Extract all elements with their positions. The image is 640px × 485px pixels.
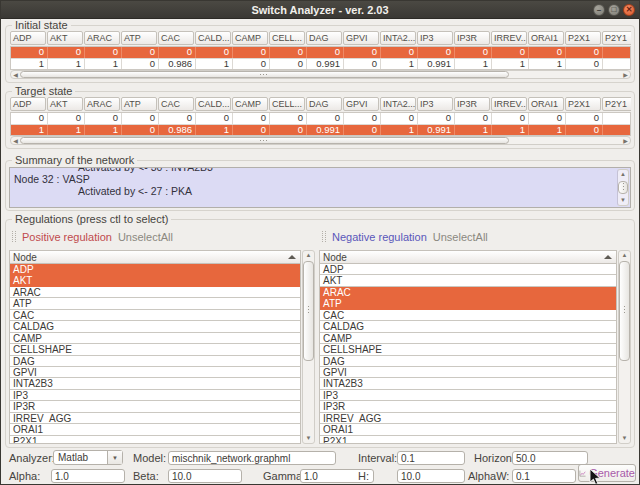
positive-unselectall-button[interactable]: UnselectAll bbox=[118, 231, 173, 243]
state-cell[interactable]: 0 bbox=[159, 47, 196, 58]
list-item[interactable]: P2X1 bbox=[10, 436, 300, 444]
state-cell[interactable] bbox=[603, 125, 631, 135]
state-cell[interactable]: 0 bbox=[492, 113, 529, 124]
state-cell[interactable]: 0 bbox=[11, 113, 48, 124]
horizon-input[interactable] bbox=[512, 451, 588, 465]
column-header[interactable]: ORAI1 bbox=[528, 97, 564, 111]
column-header[interactable]: INTA2... bbox=[380, 97, 416, 111]
column-header[interactable]: ADP bbox=[10, 31, 46, 45]
state-cell[interactable]: 0.986 bbox=[159, 59, 196, 69]
list-item[interactable]: CALDAG bbox=[10, 321, 300, 332]
state-cell[interactable]: 0 bbox=[492, 47, 529, 58]
column-header[interactable]: ARAC bbox=[84, 31, 120, 45]
scroll-down-icon[interactable]: ▼ bbox=[303, 434, 314, 443]
state-cell[interactable]: 0 bbox=[233, 59, 270, 69]
column-header[interactable]: IP3 bbox=[417, 31, 453, 45]
state-cell[interactable] bbox=[603, 113, 631, 124]
state-cell[interactable]: 1 bbox=[196, 125, 233, 135]
column-header[interactable]: IRREV... bbox=[491, 97, 527, 111]
h-input[interactable] bbox=[397, 469, 465, 483]
state-cell[interactable]: 0 bbox=[270, 59, 307, 69]
scroll-up-icon[interactable]: ▲ bbox=[619, 251, 630, 260]
state-cell[interactable]: 1 bbox=[381, 59, 418, 69]
initial-hscrollbar[interactable]: ◀ ▶ bbox=[10, 70, 631, 79]
list-item[interactable]: DAG bbox=[320, 356, 616, 367]
interval-input[interactable] bbox=[397, 451, 465, 465]
state-cell[interactable]: 0 bbox=[159, 113, 196, 124]
scroll-down-icon[interactable]: ▼ bbox=[619, 434, 630, 443]
list-item[interactable]: AKT bbox=[320, 275, 616, 286]
list-item[interactable]: INTA2B3 bbox=[320, 378, 616, 389]
state-cell[interactable]: 1 bbox=[455, 59, 492, 69]
state-cell[interactable]: 1 bbox=[11, 125, 48, 135]
state-cell[interactable]: 0 bbox=[48, 113, 85, 124]
state-cell[interactable]: 1 bbox=[381, 125, 418, 135]
state-cell[interactable]: 0 bbox=[233, 125, 270, 135]
list-item[interactable]: CAC bbox=[320, 310, 616, 321]
state-row[interactable]: 0000000000000000 bbox=[11, 47, 630, 58]
state-cell[interactable]: 0 bbox=[418, 47, 455, 58]
list-item[interactable]: INTA2B3 bbox=[10, 378, 300, 389]
list-item[interactable]: AKT bbox=[10, 275, 300, 286]
vscroll-thumb[interactable] bbox=[619, 261, 630, 361]
column-header[interactable]: CAC bbox=[158, 97, 194, 111]
state-cell[interactable]: 1 bbox=[85, 125, 122, 135]
list-item[interactable]: CALDAG bbox=[320, 321, 616, 332]
list-item[interactable]: ARAC bbox=[320, 287, 616, 298]
column-header[interactable]: INTA2... bbox=[380, 31, 416, 45]
list-item[interactable]: ARAC bbox=[10, 287, 300, 298]
state-cell[interactable]: 0 bbox=[233, 113, 270, 124]
list-item[interactable]: ADP bbox=[10, 264, 300, 275]
column-header[interactable]: P2Y1 bbox=[602, 97, 631, 111]
state-cell[interactable]: 1 bbox=[492, 59, 529, 69]
scroll-up-icon[interactable]: ▲ bbox=[303, 251, 314, 260]
column-header[interactable]: IRREV... bbox=[491, 31, 527, 45]
list-item[interactable]: ATP bbox=[320, 298, 616, 309]
state-cell[interactable]: 0 bbox=[566, 59, 603, 69]
state-cell[interactable]: 0 bbox=[529, 113, 566, 124]
state-cell[interactable]: 0 bbox=[455, 47, 492, 58]
column-header[interactable]: ARAC bbox=[84, 97, 120, 111]
scroll-down-icon[interactable]: ▼ bbox=[618, 196, 628, 205]
column-header[interactable]: CAMP bbox=[232, 31, 268, 45]
column-header[interactable]: ADP bbox=[10, 97, 46, 111]
state-row[interactable]: 0000000000000000 bbox=[11, 113, 630, 124]
state-cell[interactable]: 1 bbox=[529, 125, 566, 135]
state-cell[interactable]: 0 bbox=[11, 47, 48, 58]
chevron-down-icon[interactable]: ▼ bbox=[107, 451, 122, 464]
state-cell[interactable]: 0 bbox=[344, 113, 381, 124]
state-cell[interactable]: 0 bbox=[122, 125, 159, 135]
column-header[interactable]: P2X1 bbox=[565, 97, 601, 111]
state-cell[interactable]: 0 bbox=[48, 47, 85, 58]
column-header[interactable]: CAMP bbox=[232, 97, 268, 111]
list-item[interactable]: GPVI bbox=[320, 367, 616, 378]
state-cell[interactable]: 1 bbox=[48, 125, 85, 135]
titlebar[interactable]: Switch Analyzer - ver. 2.03 – □ ✕ bbox=[1, 1, 639, 19]
state-cell[interactable] bbox=[603, 47, 631, 58]
column-header[interactable]: DAG bbox=[306, 31, 342, 45]
column-header[interactable]: ATP bbox=[121, 31, 157, 45]
hscroll-thumb[interactable] bbox=[20, 71, 509, 78]
column-header[interactable]: GPVI bbox=[343, 31, 379, 45]
column-header[interactable]: P2X1 bbox=[565, 31, 601, 45]
state-cell[interactable]: 0 bbox=[418, 113, 455, 124]
state-cell[interactable]: 0 bbox=[566, 47, 603, 58]
state-cell[interactable]: 0 bbox=[233, 47, 270, 58]
column-header[interactable]: AKT bbox=[47, 97, 83, 111]
list-item[interactable]: ATP bbox=[10, 298, 300, 309]
state-row[interactable]: 11100.9861000.991010.9911110 bbox=[11, 124, 630, 135]
state-cell[interactable]: 0 bbox=[566, 113, 603, 124]
list-item[interactable]: IP3 bbox=[320, 390, 616, 401]
list-item[interactable]: IP3R bbox=[10, 401, 300, 412]
list-item[interactable]: CAMP bbox=[320, 333, 616, 344]
state-cell[interactable]: 0 bbox=[307, 47, 344, 58]
state-row[interactable]: 11100.9861000.991010.9911110 bbox=[11, 58, 630, 69]
state-cell[interactable]: 0 bbox=[455, 113, 492, 124]
state-cell[interactable]: 0 bbox=[381, 47, 418, 58]
state-cell[interactable]: 0 bbox=[307, 113, 344, 124]
minimize-icon[interactable]: – bbox=[593, 4, 605, 16]
generate-button[interactable]: Generate bbox=[578, 464, 636, 482]
column-header[interactable]: CAC bbox=[158, 31, 194, 45]
state-cell[interactable]: 0 bbox=[381, 113, 418, 124]
state-cell[interactable]: 0 bbox=[566, 125, 603, 135]
